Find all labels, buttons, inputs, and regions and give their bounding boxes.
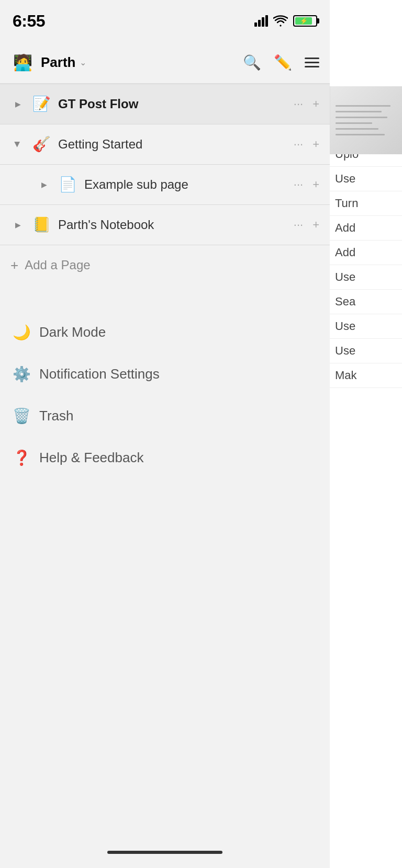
expand-arrow-gt-post-flow[interactable]: ▶ — [10, 97, 25, 111]
battery-container: ⚡ — [293, 15, 317, 27]
expand-arrow-parths-notebook[interactable]: ▶ — [10, 218, 25, 232]
right-text-mak: Mak — [330, 363, 402, 388]
nav-section: ▶ 📝 GT Post Flow ··· + ▶ 🎸 Getting Start… — [0, 84, 330, 837]
right-text-add-2: Add — [330, 241, 402, 265]
example-sub-page-label: Example sub page — [84, 177, 188, 192]
sidebar: 6:55 — [0, 0, 330, 868]
getting-started-label: Getting Started — [58, 137, 142, 152]
header-actions: 🔍 ✏️ — [243, 54, 319, 71]
dark-mode-item[interactable]: 🌙 Dark Mode — [0, 311, 330, 353]
search-icon[interactable]: 🔍 — [243, 54, 261, 71]
notebook-preview — [330, 86, 402, 154]
user-name-container[interactable]: Parth ⌄ — [41, 54, 86, 71]
right-text-use-3: Use — [330, 314, 402, 339]
right-text-sea: Sea — [330, 290, 402, 314]
right-text-turn: Turn — [330, 191, 402, 216]
gt-post-flow-add-icon[interactable]: + — [312, 97, 319, 111]
status-time: 6:55 — [13, 12, 45, 31]
example-sub-page-icon: 📄 — [59, 177, 77, 192]
getting-started-icon: 🎸 — [32, 137, 51, 152]
hamburger-menu-icon[interactable] — [305, 58, 319, 67]
trash-label: Trash — [39, 408, 74, 424]
status-icons: ⚡ — [254, 15, 317, 27]
header-bar: 🧑‍💻 Parth ⌄ 🔍 ✏️ — [0, 42, 330, 84]
home-bar — [107, 851, 222, 854]
svg-rect-3 — [265, 15, 268, 27]
right-text-use-4: Use — [330, 339, 402, 363]
right-text-use-2: Use — [330, 265, 402, 290]
help-feedback-label: Help & Feedback — [39, 450, 143, 466]
sidebar-item-example-sub-page[interactable]: ▶ 📄 Example sub page ··· + — [0, 165, 330, 204]
add-page-icon: + — [10, 257, 18, 273]
gt-post-flow-label: GT Post Flow — [58, 97, 138, 111]
home-indicator — [0, 837, 330, 868]
notification-settings-label: Notification Settings — [39, 366, 160, 382]
chevron-down-icon: ⌄ — [80, 58, 86, 67]
dark-mode-label: Dark Mode — [39, 324, 106, 340]
parths-notebook-add-icon[interactable]: + — [312, 218, 319, 232]
right-text-add-1: Add — [330, 216, 402, 241]
svg-rect-2 — [262, 17, 264, 27]
signal-icon — [254, 15, 268, 27]
trash-icon: 🗑️ — [13, 407, 31, 425]
getting-started-add-icon[interactable]: + — [312, 138, 319, 151]
help-feedback-icon: ❓ — [13, 449, 31, 466]
expand-arrow-getting-started[interactable]: ▶ — [10, 137, 25, 152]
sidebar-item-parths-notebook[interactable]: ▶ 📒 Parth's Notebook ··· + — [0, 205, 330, 245]
parths-notebook-label: Parth's Notebook — [58, 218, 154, 232]
bolt-icon: ⚡ — [300, 17, 308, 25]
expand-arrow-example-sub-page[interactable]: ▶ — [37, 177, 51, 192]
add-page-label: Add a Page — [25, 258, 90, 272]
parths-notebook-icon: 📒 — [32, 218, 51, 232]
notification-settings-icon: ⚙️ — [13, 366, 31, 383]
gt-post-flow-more-icon[interactable]: ··· — [294, 97, 303, 111]
right-text-use-1: Use — [330, 167, 402, 191]
gt-post-flow-icon: 📝 — [32, 97, 51, 111]
status-bar: 6:55 — [0, 0, 330, 42]
svg-rect-1 — [258, 20, 261, 27]
bottom-menu: 🌙 Dark Mode ⚙️ Notification Settings 🗑️ … — [0, 306, 330, 484]
sidebar-item-gt-post-flow[interactable]: ▶ 📝 GT Post Flow ··· + — [0, 84, 330, 124]
avatar: 🧑‍💻 — [10, 51, 35, 75]
user-name: Parth — [41, 54, 75, 71]
edit-icon[interactable]: ✏️ — [274, 54, 292, 71]
dark-mode-icon: 🌙 — [13, 324, 31, 341]
battery-icon: ⚡ — [293, 15, 317, 27]
svg-rect-0 — [254, 22, 257, 27]
trash-item[interactable]: 🗑️ Trash — [0, 395, 330, 437]
parths-notebook-more-icon[interactable]: ··· — [294, 218, 303, 232]
right-panel: GT One Uplo Use Turn Add Add Use Sea Use… — [330, 0, 402, 868]
example-sub-page-more-icon[interactable]: ··· — [294, 178, 303, 191]
notification-settings-item[interactable]: ⚙️ Notification Settings — [0, 353, 330, 395]
battery-fill: ⚡ — [295, 17, 312, 25]
sidebar-item-getting-started[interactable]: ▶ 🎸 Getting Started ··· + — [0, 124, 330, 164]
help-feedback-item[interactable]: ❓ Help & Feedback — [0, 437, 330, 478]
getting-started-more-icon[interactable]: ··· — [294, 138, 303, 151]
wifi-icon — [273, 15, 288, 27]
example-sub-page-add-icon[interactable]: + — [312, 178, 319, 191]
user-info: 🧑‍💻 Parth ⌄ — [10, 51, 243, 75]
add-page-button[interactable]: + Add a Page — [0, 245, 330, 285]
